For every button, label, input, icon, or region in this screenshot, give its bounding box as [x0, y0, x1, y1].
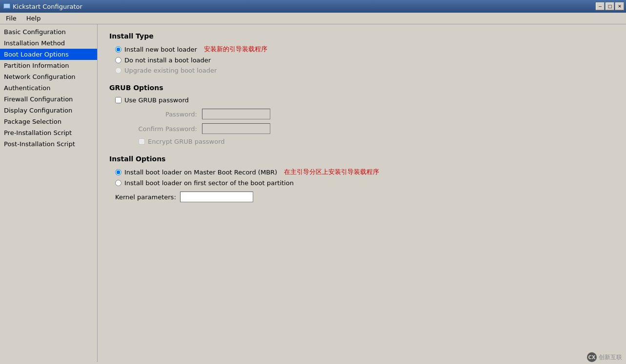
svg-rect-2 — [5, 8, 9, 9]
maximize-button[interactable]: □ — [606, 2, 614, 10]
install-options-section: Install Options Install boot loader on M… — [109, 155, 614, 202]
content-area: Install Type Install new boot loader 安装新… — [98, 24, 626, 362]
radio-install-on-first-sector[interactable] — [115, 180, 121, 186]
sidebar-item-partition-information[interactable]: Partition Information — [0, 60, 97, 71]
install-type-radio-group: Install new boot loader 安装新的引导装载程序 Do no… — [115, 45, 614, 74]
menu-help[interactable]: Help — [22, 14, 45, 23]
password-input[interactable] — [202, 109, 270, 119]
watermark-icon: CX — [587, 352, 597, 362]
radio-upgrade-existing-boot-loader — [115, 67, 121, 74]
title-bar-left: Kickstart Configurator — [0, 2, 82, 10]
menu-file[interactable]: File — [2, 14, 20, 23]
sidebar-item-network-configuration[interactable]: Network Configuration — [0, 71, 97, 82]
close-button[interactable]: ✕ — [615, 2, 624, 10]
radio-upgrade-existing-label: Upgrade existing boot loader — [124, 67, 217, 74]
confirm-password-label: Confirm Password: — [129, 125, 202, 133]
radio-row-mbr: Install boot loader on Master Boot Recor… — [115, 168, 614, 176]
sidebar-item-display-configuration[interactable]: Display Configuration — [0, 105, 97, 116]
radio-install-new-label[interactable]: Install new boot loader — [124, 46, 197, 53]
install-type-section: Install Type Install new boot loader 安装新… — [109, 32, 614, 74]
install-type-title: Install Type — [109, 32, 614, 40]
app-icon — [3, 2, 11, 10]
sidebar-item-boot-loader-options[interactable]: Boot Loader Options — [0, 49, 97, 60]
encrypt-grub-row: Encrypt GRUB password — [139, 138, 614, 145]
sidebar-item-pre-installation-script[interactable]: Pre-Installation Script — [0, 127, 97, 138]
confirm-password-row: Confirm Password: — [129, 123, 614, 134]
kernel-parameters-label: Kernel parameters: — [115, 193, 176, 201]
radio-row-do-not-install: Do not install a boot loader — [115, 57, 614, 64]
sidebar-item-basic-configuration[interactable]: Basic Configuration — [0, 26, 97, 38]
grub-options-title: GRUB Options — [109, 84, 614, 92]
menu-bar: File Help — [0, 13, 626, 24]
checkbox-encrypt-grub-password — [139, 138, 145, 145]
bottom-watermark: CX 创新互联 — [583, 350, 626, 364]
sidebar-item-post-installation-script[interactable]: Post-Installation Script — [0, 138, 97, 150]
radio-row-first-sector: Install boot loader on first sector of t… — [115, 179, 614, 187]
radio-row-upgrade-existing: Upgrade existing boot loader — [115, 67, 614, 74]
use-grub-password-row: Use GRUB password — [115, 96, 614, 104]
radio-install-new-boot-loader[interactable] — [115, 46, 121, 53]
install-options-radio-group: Install boot loader on Master Boot Recor… — [115, 168, 614, 187]
confirm-password-input[interactable] — [202, 123, 270, 134]
checkbox-use-grub-password[interactable] — [115, 97, 121, 103]
kernel-parameters-row: Kernel parameters: — [115, 192, 614, 202]
radio-first-sector-label[interactable]: Install boot loader on first sector of t… — [124, 179, 294, 187]
watermark-icon-label: CX — [588, 355, 595, 360]
title-bar: Kickstart Configurator − □ ✕ — [0, 0, 626, 13]
window-title: Kickstart Configurator — [13, 3, 82, 10]
install-new-chinese: 安装新的引导装载程序 — [204, 45, 267, 54]
password-label: Password: — [129, 111, 202, 118]
password-row: Password: — [129, 109, 614, 119]
encrypt-grub-label: Encrypt GRUB password — [148, 138, 225, 145]
minimize-button[interactable]: − — [596, 2, 605, 10]
watermark-text: 创新互联 — [599, 353, 622, 362]
radio-row-install-new: Install new boot loader 安装新的引导装载程序 — [115, 45, 614, 54]
sidebar-item-firewall-configuration[interactable]: Firewall Configuration — [0, 94, 97, 105]
sidebar: Basic Configuration Installation Method … — [0, 24, 98, 362]
svg-rect-1 — [4, 4, 10, 8]
radio-do-not-install-label[interactable]: Do not install a boot loader — [124, 57, 211, 64]
radio-install-on-mbr[interactable] — [115, 169, 121, 175]
main-container: Basic Configuration Installation Method … — [0, 24, 626, 362]
kernel-parameters-input[interactable] — [180, 192, 253, 202]
sidebar-item-installation-method[interactable]: Installation Method — [0, 38, 97, 49]
window-controls: − □ ✕ — [596, 2, 626, 10]
radio-do-not-install-boot-loader[interactable] — [115, 57, 121, 63]
install-options-title: Install Options — [109, 155, 614, 163]
sidebar-item-package-selection[interactable]: Package Selection — [0, 116, 97, 127]
radio-mbr-label[interactable]: Install boot loader on Master Boot Recor… — [124, 169, 277, 176]
mbr-chinese: 在主引导分区上安装引导装载程序 — [284, 168, 379, 176]
grub-options-section: GRUB Options Use GRUB password Password:… — [109, 84, 614, 145]
sidebar-item-authentication[interactable]: Authentication — [0, 82, 97, 94]
use-grub-password-label[interactable]: Use GRUB password — [124, 96, 189, 104]
